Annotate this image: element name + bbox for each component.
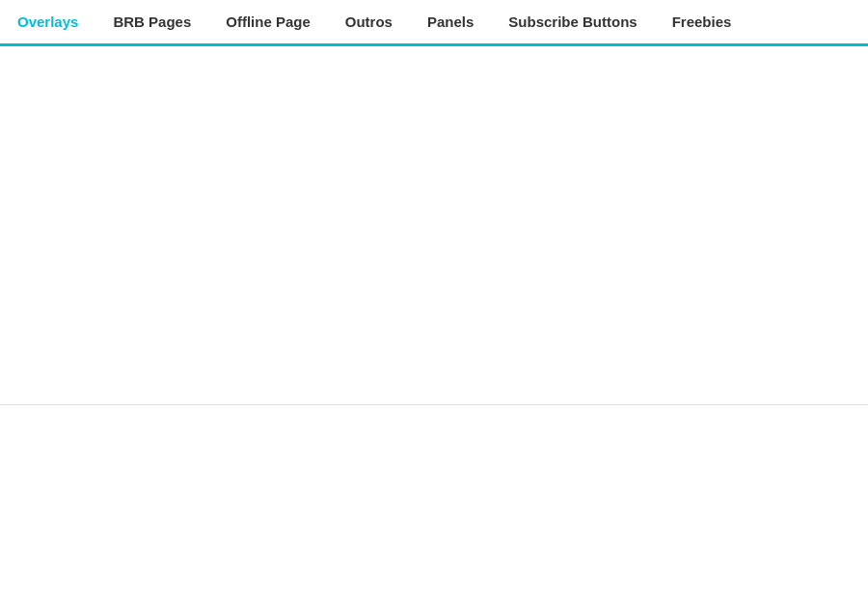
post-info-2: Green and Black FREE Twitch Overlay ✎ Ju… xyxy=(858,425,868,605)
nav-item-subscribe-buttons[interactable]: Subscribe Buttons xyxy=(491,0,654,46)
nav-item-brb-pages[interactable]: BRB Pages xyxy=(95,0,208,46)
posts-list: Bottom Overlay For Twitch and YouTube FR… xyxy=(0,46,868,605)
nav-item-freebies[interactable]: Freebies xyxy=(655,0,749,46)
nav-item-overlays[interactable]: Overlays xyxy=(0,0,95,46)
nav-item-panels[interactable]: Panels xyxy=(410,0,491,46)
post-item: Bottom Overlay For Twitch and YouTube FR… xyxy=(0,56,868,405)
post-info-1: Bottom Overlay For Twitch and YouTube FR… xyxy=(858,75,868,385)
nav-item-offline-page[interactable]: Offline Page xyxy=(208,0,328,46)
main-nav: OverlaysBRB PagesOffline PageOutrosPanel… xyxy=(0,0,868,46)
post-item: Green and Black FREE Twitch Overlay ✎ Ju… xyxy=(0,405,868,605)
nav-item-outros[interactable]: Outros xyxy=(328,0,410,46)
